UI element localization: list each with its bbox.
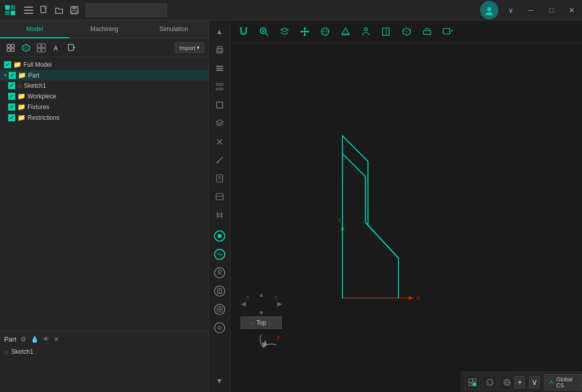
- svg-point-55: [215, 323, 225, 333]
- vt-circle-dot[interactable]: [211, 227, 228, 245]
- checkbox-full-model[interactable]: [4, 61, 11, 68]
- vt-hash[interactable]: [211, 206, 228, 224]
- close-btn[interactable]: ✕: [562, 0, 582, 20]
- vt-circle-book[interactable]: [211, 282, 228, 300]
- svg-rect-52: [220, 307, 222, 309]
- bb-grid-icon[interactable]: [499, 375, 515, 390]
- svg-rect-20: [37, 48, 41, 52]
- tree-item-restrictions[interactable]: 📁 Restrictions: [0, 112, 208, 123]
- vpt-flat-box[interactable]: [418, 22, 436, 41]
- part-close-icon[interactable]: ✕: [54, 335, 59, 343]
- import-button[interactable]: Import ▾: [175, 42, 204, 53]
- vpt-box[interactable]: [398, 22, 416, 41]
- vt-scroll-up[interactable]: ▲: [211, 23, 228, 40]
- vpt-add-view[interactable]: [438, 22, 457, 41]
- rotate-right-arrow[interactable]: ▶: [277, 300, 282, 307]
- maximize-btn[interactable]: □: [541, 0, 562, 20]
- open-folder-icon[interactable]: [52, 3, 66, 17]
- tree-item-fixtures[interactable]: 📁 Fixtures: [0, 101, 208, 112]
- bb-add-button[interactable]: +: [515, 376, 525, 388]
- vt-grid-view[interactable]: [211, 301, 228, 318]
- bb-cs-label: Global CS: [556, 376, 577, 388]
- save-icon[interactable]: [67, 3, 82, 17]
- tree-item-workpiece[interactable]: 📁 Workpiece: [0, 91, 208, 101]
- checkbox-fixtures[interactable]: [8, 103, 15, 111]
- svg-rect-51: [217, 307, 219, 309]
- svg-rect-30: [216, 84, 223, 85]
- bb-select-icon[interactable]: [465, 375, 480, 390]
- add-tool[interactable]: [65, 41, 78, 55]
- part-settings-icon[interactable]: ⚙: [20, 335, 27, 343]
- svg-point-58: [262, 30, 264, 32]
- rotate-down-arrow[interactable]: ▼: [258, 309, 264, 317]
- vt-circle-wave[interactable]: [211, 246, 228, 263]
- vpt-book[interactable]: [377, 22, 395, 41]
- viewport: X Y: [230, 20, 582, 392]
- svg-rect-29: [216, 70, 223, 71]
- model-toolbar: A Import ▾: [0, 39, 208, 57]
- vt-square[interactable]: [211, 96, 228, 114]
- tree-expand-part[interactable]: ▾: [4, 72, 7, 78]
- rotate-up-arrow[interactable]: ▲: [258, 291, 264, 298]
- vt-circle-person[interactable]: [211, 264, 228, 281]
- tree-item-sketch1[interactable]: ◇ Sketch1: [0, 81, 208, 91]
- svg-point-50: [215, 304, 225, 315]
- part-eye-icon[interactable]: 👁: [43, 335, 49, 343]
- checkbox-restrictions[interactable]: [8, 114, 15, 121]
- checkbox-part[interactable]: [9, 72, 16, 79]
- minimize-btn[interactable]: ─: [521, 0, 541, 20]
- rotation-arrows: ▲ ▼ ◀ ▶ ↺ ↻: [241, 291, 282, 317]
- hamburger-menu[interactable]: [20, 0, 37, 20]
- tab-machining[interactable]: Machining: [69, 20, 139, 38]
- vt-layers3[interactable]: [211, 188, 228, 205]
- tree-item-full-model[interactable]: 📁 Full Model: [0, 59, 208, 70]
- view-label[interactable]: ◁ Top ▷: [241, 317, 282, 329]
- vt-stack[interactable]: [211, 115, 228, 132]
- bb-coordinate-system[interactable]: Global CS: [544, 374, 582, 390]
- vpt-snap[interactable]: [234, 22, 253, 41]
- vpt-cone[interactable]: [336, 22, 355, 41]
- grid-tool[interactable]: [35, 41, 48, 55]
- vt-cut[interactable]: [211, 133, 228, 150]
- vpt-transform[interactable]: [275, 22, 294, 41]
- vt-layer2[interactable]: [211, 78, 228, 95]
- 3d-tool[interactable]: [19, 41, 33, 55]
- rotate-left-arrow[interactable]: ◀: [241, 300, 246, 307]
- tab-model[interactable]: Model: [0, 20, 69, 38]
- bb-sphere-icon[interactable]: [482, 375, 497, 390]
- tab-simulation[interactable]: Simulation: [139, 20, 208, 38]
- svg-point-84: [487, 379, 493, 385]
- part-sketch1-item[interactable]: ◇ Sketch1: [4, 347, 204, 356]
- select-tool[interactable]: [4, 41, 17, 55]
- vt-measure[interactable]: [211, 151, 228, 169]
- vpt-sphere[interactable]: [316, 22, 334, 41]
- vt-layer1[interactable]: [211, 60, 228, 77]
- svg-rect-63: [424, 31, 431, 34]
- part-drop-icon[interactable]: 💧: [31, 335, 39, 343]
- svg-rect-18: [37, 44, 41, 47]
- vpt-person[interactable]: [357, 22, 375, 41]
- vt-circle-last[interactable]: [211, 319, 228, 336]
- vt-scroll-down[interactable]: ▼: [211, 372, 228, 389]
- part-panel: Part ⚙ 💧 👁 ✕ ◇ Sketch1: [0, 331, 208, 392]
- vt-note[interactable]: [211, 170, 228, 187]
- svg-rect-6: [24, 13, 33, 14]
- vpt-search[interactable]: [255, 22, 273, 41]
- checkbox-workpiece[interactable]: [8, 93, 15, 100]
- dropdown-btn[interactable]: ∨: [500, 0, 521, 20]
- left-panel: Model Machining Simulation: [0, 20, 209, 392]
- project-name-input[interactable]: New project: [86, 4, 167, 17]
- bottombar-left: [465, 375, 515, 390]
- checkbox-sketch1[interactable]: [8, 82, 15, 89]
- tabs: Model Machining Simulation: [0, 20, 208, 39]
- text-tool[interactable]: A: [50, 41, 63, 55]
- svg-rect-83: [473, 383, 476, 386]
- new-file-icon[interactable]: [37, 3, 51, 17]
- vt-print[interactable]: [211, 41, 228, 59]
- profile-avatar[interactable]: [480, 1, 498, 19]
- vpt-move[interactable]: [296, 22, 314, 41]
- tree-item-part[interactable]: ▾ 📁 Part: [0, 70, 208, 81]
- sketch-icon-sketch1: ◇: [17, 82, 22, 89]
- bb-down-button[interactable]: ∨: [529, 376, 539, 388]
- svg-rect-11: [72, 11, 77, 13]
